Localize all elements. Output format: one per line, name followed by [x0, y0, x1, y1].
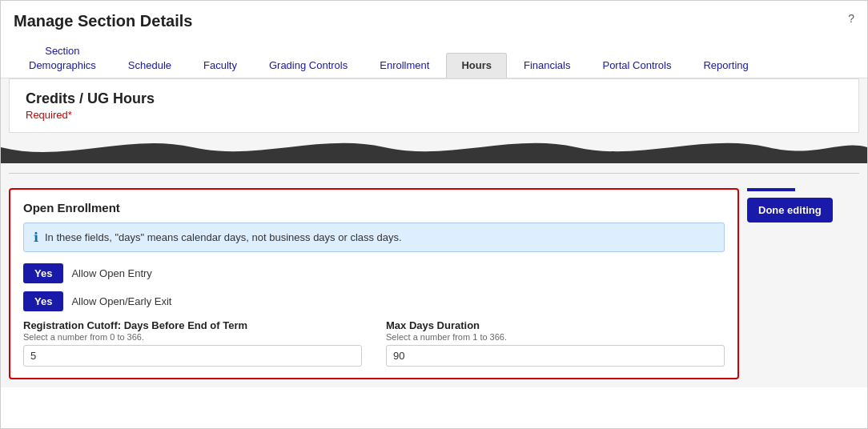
max-days-duration-hint: Select a number from 1 to 366.	[386, 332, 725, 342]
tab-grading-controls[interactable]: Grading Controls	[254, 53, 363, 78]
section-heading: Credits / UG Hours	[26, 90, 842, 107]
right-panel: Done editing	[747, 188, 859, 379]
tab-enrollment[interactable]: Enrollment	[364, 53, 444, 78]
allow-open-early-exit-label: Allow Open/Early Exit	[71, 295, 171, 307]
content-area: Open Enrollment ℹ In these fields, "days…	[1, 180, 867, 387]
page-title: Manage Section Details	[14, 12, 854, 30]
help-icon[interactable]: ?	[848, 12, 854, 25]
open-enrollment-title: Open Enrollment	[23, 201, 725, 214]
partial-bar	[747, 188, 795, 191]
allow-open-entry-button[interactable]: Yes	[23, 263, 63, 283]
info-banner: ℹ In these fields, "days" means calendar…	[23, 223, 725, 252]
registration-cutoff-hint: Select a number from 0 to 366.	[23, 332, 362, 342]
allow-open-entry-label: Allow Open Entry	[71, 267, 151, 279]
max-days-duration-group: Max Days Duration Select a number from 1…	[386, 319, 725, 367]
open-enrollment-box: Open Enrollment ℹ In these fields, "days…	[9, 188, 739, 379]
section-panel: Credits / UG Hours Required*	[9, 78, 859, 133]
allow-open-entry-row: Yes Allow Open Entry	[23, 263, 725, 283]
registration-cutoff-group: Registration Cutoff: Days Before End of …	[23, 319, 362, 367]
allow-open-early-exit-row: Yes Allow Open/Early Exit	[23, 291, 725, 311]
left-panel: Open Enrollment ℹ In these fields, "days…	[9, 188, 739, 379]
max-days-duration-label: Max Days Duration	[386, 319, 725, 331]
required-label: Required*	[26, 109, 842, 121]
registration-cutoff-input[interactable]	[23, 345, 362, 367]
tab-hours[interactable]: Hours	[446, 53, 507, 78]
fields-row: Registration Cutoff: Days Before End of …	[23, 319, 725, 367]
tab-reporting[interactable]: Reporting	[688, 53, 763, 78]
registration-cutoff-label: Registration Cutoff: Days Before End of …	[23, 319, 362, 331]
tab-faculty[interactable]: Faculty	[188, 53, 252, 78]
allow-open-early-exit-button[interactable]: Yes	[23, 291, 63, 311]
header: Manage Section Details ? Section Demogra…	[1, 1, 867, 78]
tab-financials[interactable]: Financials	[508, 53, 586, 78]
wave-decoration	[1, 133, 867, 163]
tab-section-demographics[interactable]: Section Demographics	[14, 38, 111, 78]
main-content: Credits / UG Hours Required* Open Enroll…	[1, 78, 867, 387]
tab-schedule[interactable]: Schedule	[113, 53, 187, 78]
divider-area	[1, 163, 867, 174]
info-icon: ℹ	[34, 230, 38, 245]
info-message: In these fields, "days" means calendar d…	[45, 231, 402, 243]
page-container: Manage Section Details ? Section Demogra…	[0, 0, 868, 429]
done-editing-button[interactable]: Done editing	[747, 198, 833, 223]
max-days-duration-input[interactable]	[386, 345, 725, 367]
tab-portal-controls[interactable]: Portal Controls	[587, 53, 686, 78]
tabs-nav: Section Demographics Schedule Faculty Gr…	[14, 38, 854, 78]
